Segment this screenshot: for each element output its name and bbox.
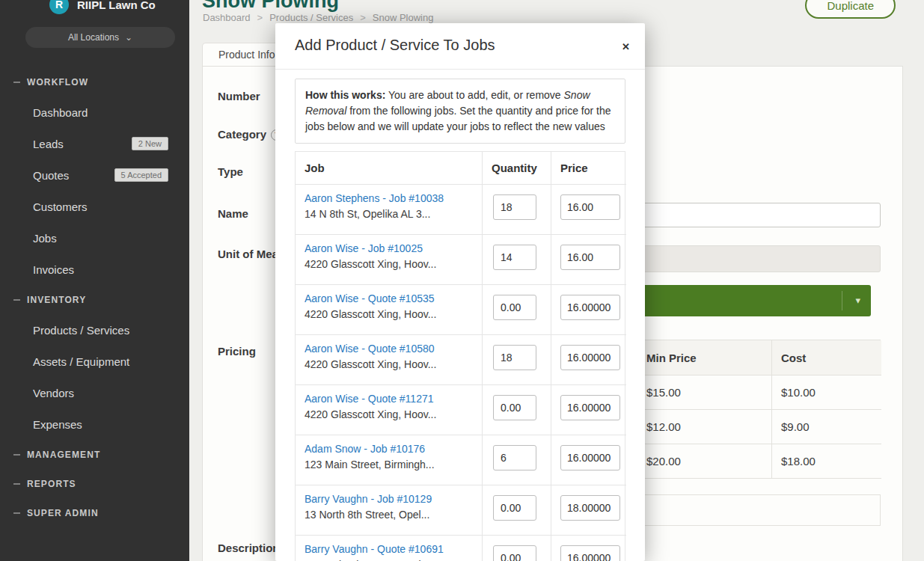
nav-section-super-admin[interactable]: SUPER ADMIN [0, 498, 189, 527]
pricing-cell-cost: $9.00 [772, 410, 881, 444]
price-input[interactable] [560, 495, 620, 521]
job-row: Barry Vaughn - Job #10129 13 North 8th S… [296, 485, 625, 536]
job-row: Barry Vaughn - Quote #10691 14 North 8th… [296, 536, 625, 561]
job-link[interactable]: Aaron Wise - Job #10025 [305, 242, 476, 254]
job-link[interactable]: Aaron Wise - Quote #11271 [305, 393, 476, 405]
quantity-input[interactable] [493, 295, 536, 320]
job-row: Aaron Wise - Quote #10580 4220 Glasscott… [296, 335, 625, 385]
breadcrumb-current: Snow Plowing [373, 12, 434, 23]
pricing-cell-min-price: $20.00 [637, 444, 772, 479]
sidebar-item-jobs[interactable]: Jobs [0, 222, 189, 254]
app-root: R RIIPL Lawn Co All Locations ⌄ WORKFLOW… [0, 0, 924, 561]
quotes-badge: 5 Accepted [114, 168, 168, 182]
sidebar-item-label: Assets / Equipment [33, 355, 129, 368]
quantity-input[interactable] [493, 245, 536, 270]
category-label: Category? [218, 128, 282, 141]
price-cell [551, 385, 626, 435]
price-input[interactable] [560, 395, 620, 420]
nav-section-reports[interactable]: REPORTS [0, 469, 189, 498]
caret-down-icon: ▾ [855, 295, 860, 306]
price-input[interactable] [560, 445, 620, 470]
job-cell: Aaron Stephens - Job #10038 14 N 8th St,… [296, 185, 483, 235]
price-input[interactable] [560, 245, 620, 270]
sidebar-item-label: Customers [33, 200, 88, 213]
sidebar-item-expenses[interactable]: Expenses [0, 408, 189, 440]
add-product-service-modal: Add Product / Service To Jobs ✕ How this… [275, 23, 645, 561]
job-link[interactable]: Aaron Wise - Quote #10535 [305, 292, 476, 304]
sidebar-item-leads[interactable]: Leads 2 New [0, 128, 189, 159]
sidebar-item-vendors[interactable]: Vendors [0, 377, 189, 408]
price-input[interactable] [560, 194, 620, 220]
quantity-input[interactable] [493, 194, 536, 220]
job-link[interactable]: Barry Vaughn - Quote #10691 [305, 543, 476, 555]
duplicate-button[interactable]: Duplicate [805, 0, 896, 19]
section-dash [13, 454, 20, 456]
job-row: Aaron Wise - Quote #10535 4220 Glasscott… [296, 285, 625, 335]
nav-section-label: MANAGEMENT [27, 450, 100, 460]
quantity-input[interactable] [493, 395, 536, 420]
nav-section-workflow[interactable]: WORKFLOW [0, 67, 189, 96]
quantity-input[interactable] [493, 445, 536, 470]
price-input[interactable] [560, 295, 620, 320]
price-cell [551, 335, 626, 385]
category-label-text: Category [218, 128, 266, 141]
job-cell: Aaron Wise - Quote #11271 4220 Glasscott… [296, 385, 483, 435]
quantity-input[interactable] [493, 495, 536, 521]
job-link[interactable]: Aaron Stephens - Job #10038 [305, 192, 476, 204]
sidebar-item-products-services[interactable]: Products / Services [0, 314, 189, 346]
leads-badge: 2 New [132, 137, 168, 150]
job-address: 13 North 8th Street, Opel... [305, 509, 476, 521]
nav-section-inventory[interactable]: INVENTORY [0, 285, 189, 314]
company-name: RIIPL Lawn Co [77, 0, 156, 11]
number-label: Number [218, 90, 260, 102]
section-dash [13, 299, 20, 301]
sidebar-item-label: Quotes [33, 169, 69, 182]
section-dash [13, 483, 20, 485]
price-cell [551, 536, 626, 561]
price-cell [551, 185, 626, 235]
nav-section-management[interactable]: MANAGEMENT [0, 440, 189, 469]
job-link[interactable]: Aaron Wise - Quote #10580 [305, 343, 476, 355]
breadcrumb-products-services[interactable]: Products / Services [269, 12, 353, 23]
quantity-cell [483, 435, 551, 485]
pricing-header-min-price: Min Price [637, 340, 772, 375]
price-input[interactable] [560, 545, 620, 561]
nav-section-label: SUPER ADMIN [27, 508, 99, 518]
button-divider [842, 291, 842, 310]
sidebar-item-customers[interactable]: Customers [0, 191, 189, 222]
job-address: 4220 Glasscott Xing, Hoov... [305, 308, 476, 320]
job-row: Aaron Wise - Job #10025 4220 Glasscott X… [296, 235, 625, 285]
job-cell: Aaron Wise - Quote #10535 4220 Glasscott… [296, 285, 483, 335]
sidebar-nav: WORKFLOW Dashboard Leads 2 New Quotes 5 … [0, 67, 189, 527]
pricing-cell-cost: $18.00 [772, 444, 881, 479]
sidebar-item-label: Leads [33, 138, 64, 150]
quantity-input[interactable] [493, 345, 536, 370]
sidebar-item-label: Invoices [33, 263, 74, 276]
breadcrumb-separator: > [257, 12, 263, 23]
sidebar-item-label: Expenses [33, 418, 82, 431]
job-address: 4220 Glasscott Xing, Hoov... [305, 408, 476, 420]
quantity-cell [483, 235, 551, 285]
quantity-cell [483, 285, 551, 335]
modal-close-button[interactable]: ✕ [617, 38, 634, 55]
sidebar-item-dashboard[interactable]: Dashboard [0, 96, 189, 128]
price-column-header: Price [551, 152, 626, 185]
close-icon: ✕ [622, 41, 630, 52]
sidebar-item-assets-equipment[interactable]: Assets / Equipment [0, 346, 189, 377]
sidebar-item-quotes[interactable]: Quotes 5 Accepted [0, 159, 189, 191]
quantity-input[interactable] [493, 545, 536, 561]
job-row: Aaron Wise - Quote #11271 4220 Glasscott… [296, 385, 625, 435]
quantity-cell [483, 536, 551, 561]
job-link[interactable]: Barry Vaughn - Job #10129 [305, 493, 476, 505]
job-cell: Aaron Wise - Job #10025 4220 Glasscott X… [296, 235, 483, 285]
note-text-1: You are about to add, edit, or remove [385, 89, 563, 101]
breadcrumb-dashboard[interactable]: Dashboard [203, 12, 251, 23]
sidebar-item-invoices[interactable]: Invoices [0, 254, 189, 285]
job-link[interactable]: Adam Snow - Job #10176 [305, 443, 476, 455]
job-cell: Barry Vaughn - Quote #10691 14 North 8th… [296, 536, 483, 561]
description-label: Description [218, 542, 280, 554]
price-input[interactable] [560, 345, 620, 370]
price-cell [551, 235, 626, 285]
section-dash [13, 82, 20, 83]
location-selector[interactable]: All Locations ⌄ [25, 27, 175, 48]
